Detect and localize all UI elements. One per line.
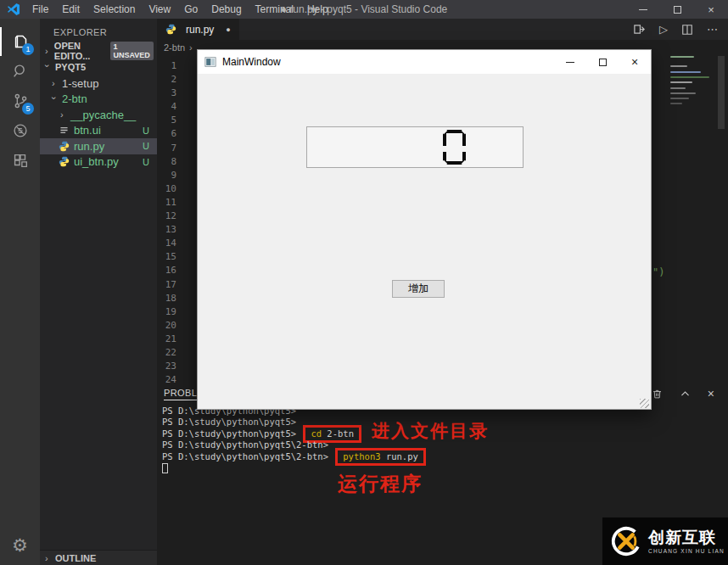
line-number: 8: [157, 155, 182, 169]
activity-source-control-button[interactable]: 5: [0, 87, 40, 115]
tab-label: run.py: [186, 24, 214, 36]
activity-debug-button[interactable]: [0, 116, 40, 145]
line-number: 3: [157, 87, 182, 100]
maximize-panel-icon[interactable]: [680, 389, 691, 400]
minimap-line: [670, 98, 689, 99]
dialog-minimize-button[interactable]: [554, 50, 586, 74]
line-number: 20: [157, 319, 182, 333]
menu-view[interactable]: View: [142, 0, 177, 19]
python-file-icon: [59, 156, 70, 167]
tree-item-label: run.py: [74, 140, 104, 153]
tree-item-label: 1-setup: [62, 77, 98, 90]
tree-item-run-py[interactable]: run.pyU: [40, 138, 157, 154]
tree-item--pycache-[interactable]: ›__pycache__: [40, 107, 157, 123]
modified-dot-icon[interactable]: ●: [226, 25, 230, 34]
titlebar: FileEditSelectionViewGoDebugTerminalHelp…: [0, 0, 728, 19]
minimize-icon: [566, 62, 574, 63]
minimap-line: [670, 103, 682, 104]
terminal-text: PS D:\study\python\pyqt5\2-btn>: [162, 439, 328, 450]
line-number: 19: [157, 305, 182, 319]
ui-file-icon: [59, 125, 70, 136]
window-minimize-button[interactable]: [626, 0, 660, 19]
dialog-maximize-button[interactable]: [586, 50, 619, 74]
open-editors-label: OPEN EDITO...: [54, 41, 110, 61]
outline-label: OUTLINE: [55, 553, 96, 563]
editor-code-fragment: "): [652, 266, 664, 278]
resize-grip[interactable]: [640, 399, 649, 408]
more-actions-icon[interactable]: ⋯: [707, 23, 718, 36]
editor-tab-bar: run.py ● ▷ ⋯: [157, 19, 728, 40]
dialog-close-button[interactable]: ×: [619, 50, 651, 74]
open-changes-icon[interactable]: [633, 23, 646, 36]
chevron-down-icon: ›: [49, 97, 59, 103]
activity-extensions-button[interactable]: [0, 146, 40, 175]
line-number: 15: [157, 250, 182, 264]
menu-file[interactable]: File: [25, 0, 55, 19]
kill-terminal-icon[interactable]: [652, 388, 663, 400]
dialog-titlebar[interactable]: MainWindow ×: [198, 50, 651, 74]
editor-line-numbers: 123456789101112131415161718192021222324: [157, 59, 182, 387]
python-file-icon: [59, 141, 70, 152]
dialog-app-icon: [204, 56, 216, 68]
chevron-right-icon: ›: [60, 109, 67, 120]
line-number: 6: [157, 127, 182, 141]
activity-search-button[interactable]: [0, 57, 40, 86]
line-number: 22: [157, 346, 182, 360]
dialog-title: MainWindow: [222, 56, 281, 68]
terminal-cursor: [162, 463, 168, 473]
increase-button[interactable]: 增加: [392, 280, 445, 298]
explorer-sidebar: EXPLORER › OPEN EDITO... 1 UNSAVED › PYQ…: [40, 19, 157, 565]
line-number: 10: [157, 182, 182, 196]
window-close-button[interactable]: ×: [694, 0, 728, 19]
line-number: 5: [157, 114, 182, 127]
line-number: 11: [157, 196, 182, 210]
red-annotation: 进入文件目录: [372, 419, 489, 443]
run-icon[interactable]: ▷: [659, 23, 668, 36]
chevron-right-icon: ›: [45, 553, 52, 563]
line-number: 1: [157, 59, 182, 73]
breadcrumb-folder[interactable]: 2-btn: [164, 42, 185, 53]
minimap-line: [670, 92, 696, 94]
minimap-line: [670, 76, 709, 78]
line-number: 21: [157, 333, 182, 346]
terminal-text: PS D:\study\python\pyqt5>: [162, 417, 296, 427]
chevron-right-icon: ›: [45, 46, 51, 56]
workspace-root-section[interactable]: › PYQT5: [40, 59, 157, 75]
split-editor-icon[interactable]: [681, 24, 693, 36]
activity-explorer-button[interactable]: 1: [0, 27, 40, 56]
terminal-text: run.py: [381, 451, 418, 462]
line-number: 7: [157, 142, 182, 155]
menu-go[interactable]: Go: [177, 0, 204, 19]
mainwindow-dialog: MainWindow × 增加: [197, 49, 652, 410]
git-untracked-badge: U: [143, 157, 149, 167]
vscode-window: FileEditSelectionViewGoDebugTerminalHelp…: [0, 0, 728, 565]
menu-help[interactable]: Help: [300, 0, 335, 19]
settings-gear-icon[interactable]: ⚙: [0, 533, 40, 558]
menu-debug[interactable]: Debug: [204, 0, 248, 19]
extensions-icon: [11, 151, 30, 170]
lcd-digit-zero: [443, 130, 466, 165]
tab-run-py[interactable]: run.py ●: [157, 19, 239, 40]
tree-item-2-btn[interactable]: ›2-btn: [40, 92, 157, 108]
line-number: 9: [157, 169, 182, 182]
editor-scrollbar[interactable]: [718, 56, 725, 129]
line-number: 4: [157, 100, 182, 114]
tree-item-btn-ui[interactable]: btn.uiU: [40, 123, 157, 139]
line-number: 17: [157, 278, 182, 292]
minimap-line: [670, 56, 694, 58]
tree-item-ui-btn-py[interactable]: ui_btn.pyU: [40, 154, 157, 171]
menu-selection[interactable]: Selection: [87, 0, 142, 19]
menu-terminal[interactable]: Terminal: [249, 0, 300, 19]
tree-item-1-setup[interactable]: ›1-setup: [40, 76, 157, 92]
brand-subtitle: CHUANG XIN HU LIAN: [648, 548, 725, 554]
terminal-text: PS D:\study\python\pyqt5\2-btn>: [162, 451, 333, 462]
git-untracked-badge: U: [143, 141, 149, 151]
open-editors-section[interactable]: › OPEN EDITO... 1 UNSAVED: [40, 42, 157, 59]
outline-section[interactable]: › OUTLINE: [40, 550, 157, 565]
python-file-icon: [165, 24, 176, 35]
vscode-logo-icon: [7, 3, 20, 16]
window-maximize-button[interactable]: [660, 0, 694, 19]
menu-edit[interactable]: Edit: [55, 0, 87, 19]
close-panel-icon[interactable]: ×: [708, 387, 714, 400]
unsaved-badge: 1 UNSAVED: [110, 42, 154, 60]
